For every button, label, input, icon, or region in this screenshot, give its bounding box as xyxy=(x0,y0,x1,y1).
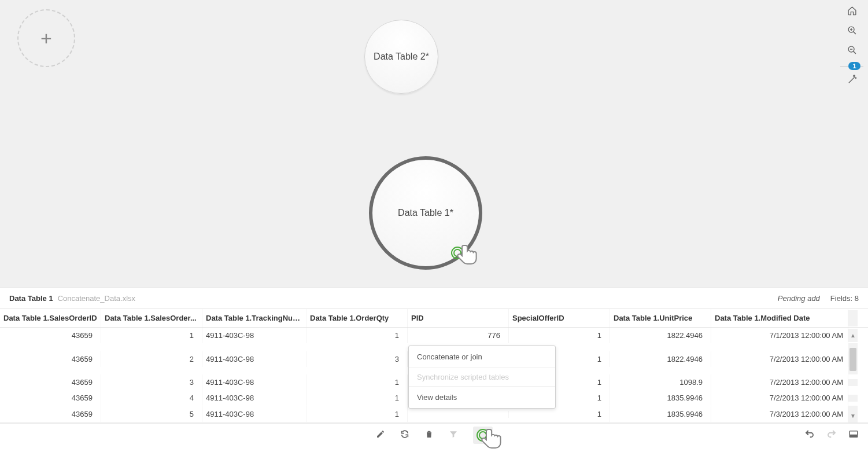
redo-icon xyxy=(826,429,837,442)
col-header[interactable]: SpecialOfferID xyxy=(509,309,610,327)
zoom-out-icon[interactable] xyxy=(847,45,857,58)
target-icon xyxy=(451,247,464,259)
notification-badge: 1 xyxy=(848,62,860,70)
concatenate-icon[interactable] xyxy=(473,427,493,444)
pending-status: Pending add xyxy=(778,294,820,303)
data-table-1-node[interactable]: Data Table 1* xyxy=(369,156,482,270)
grid-header-row: Data Table 1.SalesOrderID Data Table 1.S… xyxy=(0,309,868,328)
cell: 4 xyxy=(101,390,202,406)
cell: 2 xyxy=(101,351,202,367)
scrollbar[interactable] xyxy=(848,343,858,374)
cell: 7/2/2013 12:00:00 AM xyxy=(711,390,848,406)
scrollbar[interactable] xyxy=(848,310,858,326)
data-panel-header: Data Table 1 Concatenate_Data.xlsx Pendi… xyxy=(0,288,868,308)
svg-line-5 xyxy=(853,52,855,54)
home-icon[interactable] xyxy=(847,6,857,19)
scrollbar[interactable]: ▼ xyxy=(848,406,858,422)
right-toolbar: 1 xyxy=(840,6,863,87)
menu-view-details[interactable]: View details xyxy=(409,386,555,408)
cell: 7/2/2013 12:00:00 AM xyxy=(711,351,848,367)
cell: 1822.4946 xyxy=(610,351,711,367)
scroll-up-icon[interactable]: ▲ xyxy=(850,332,856,339)
table-row[interactable]: 43659 1 4911-403C-98 1 776 1 1822.4946 7… xyxy=(0,328,868,343)
col-header[interactable]: Data Table 1.OrderQty xyxy=(306,309,408,327)
menu-synchronize-scripted-tables: Synchronize scripted tables xyxy=(409,368,555,386)
node-label: Data Table 1* xyxy=(398,208,453,218)
data-table-2-node[interactable]: Data Table 2* xyxy=(364,20,438,94)
cell: 5 xyxy=(101,406,202,422)
cell: 4911-403C-98 xyxy=(202,390,306,406)
cell: 4911-403C-98 xyxy=(202,351,306,367)
svg-line-1 xyxy=(853,32,855,34)
col-header[interactable]: Data Table 1.Modified Date xyxy=(711,309,848,327)
cell: 43659 xyxy=(0,406,101,422)
cell: 4911-403C-98 xyxy=(202,406,306,422)
cell: 1 xyxy=(509,328,610,343)
scroll-thumb[interactable] xyxy=(849,348,856,371)
cell: 1 xyxy=(306,328,408,343)
add-node-button[interactable]: + xyxy=(17,9,75,67)
cell: 4911-403C-98 xyxy=(202,328,306,343)
cell: 7/2/2013 12:00:00 AM xyxy=(711,374,848,390)
cell: 7/1/2013 12:00:00 AM xyxy=(711,328,848,343)
cell: 1 xyxy=(509,406,610,422)
target-icon xyxy=(477,429,489,442)
fields-count: Fields: 8 xyxy=(830,294,859,303)
col-header[interactable]: Data Table 1.SalesOrderID xyxy=(0,309,101,327)
cell: 776 xyxy=(408,328,509,343)
file-name-label: Concatenate_Data.xlsx xyxy=(58,294,135,303)
cell: 1835.9946 xyxy=(610,390,711,406)
cell: 1822.4946 xyxy=(610,328,711,343)
edit-icon[interactable] xyxy=(376,429,385,441)
panel-toggle-icon[interactable] xyxy=(848,429,859,442)
cell: 1 xyxy=(306,406,408,422)
cell: 43659 xyxy=(0,374,101,390)
cell: 1 xyxy=(306,390,408,406)
delete-icon[interactable] xyxy=(424,429,434,441)
cell xyxy=(408,411,509,418)
col-header[interactable]: Data Table 1.TrackingNum... xyxy=(202,309,306,327)
scrollbar[interactable]: ▲ xyxy=(848,329,858,342)
context-menu: Concatenate or join Synchronize scripted… xyxy=(408,346,556,409)
cell: 7/3/2013 12:00:00 AM xyxy=(711,406,848,422)
col-header[interactable]: Data Table 1.SalesOrder... xyxy=(101,309,202,327)
refresh-icon[interactable] xyxy=(400,429,409,441)
scrollbar[interactable] xyxy=(848,395,858,402)
col-header[interactable]: PID xyxy=(408,309,509,327)
wand-icon[interactable] xyxy=(847,76,857,87)
cell: 4911-403C-98 xyxy=(202,374,306,390)
cell: 3 xyxy=(101,374,202,390)
node-label: Data Table 2* xyxy=(374,52,429,62)
undo-icon[interactable] xyxy=(804,429,815,442)
cell: 43659 xyxy=(0,328,101,343)
cell: 1098.9 xyxy=(610,374,711,390)
cell: 1 xyxy=(306,374,408,390)
menu-concatenate-or-join[interactable]: Concatenate or join xyxy=(409,346,555,368)
scrollbar[interactable] xyxy=(848,379,858,386)
zoom-in-icon[interactable] xyxy=(847,25,857,38)
canvas-workspace[interactable]: + Data Table 2* Data Table 1* 1 xyxy=(0,0,868,288)
cell: 1835.9946 xyxy=(610,406,711,422)
col-header[interactable]: Data Table 1.UnitPrice xyxy=(610,309,711,327)
table-name-label: Data Table 1 xyxy=(9,294,53,303)
bottom-toolbar xyxy=(0,423,868,446)
cell: 1 xyxy=(101,328,202,343)
cell: 3 xyxy=(306,351,408,367)
plus-icon: + xyxy=(40,27,52,50)
svg-rect-8 xyxy=(849,434,858,437)
cell: 43659 xyxy=(0,351,101,367)
filter-icon xyxy=(449,429,458,441)
scroll-down-icon[interactable]: ▼ xyxy=(850,413,856,419)
cell: 43659 xyxy=(0,390,101,406)
